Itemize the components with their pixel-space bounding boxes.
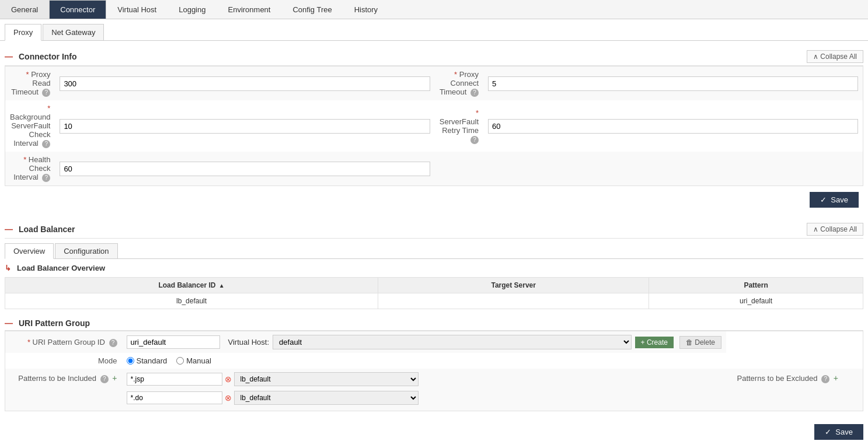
serverfault-retry-label: * ServerFault Retry Time ? <box>435 100 483 152</box>
delete-button[interactable]: 🗑 Delete <box>679 336 721 349</box>
uri-pattern-group-section: — URI Pattern Group * URI Pattern Group … <box>5 316 863 411</box>
connector-info-section: — Connector Info ∧ Collapse All * Proxy … <box>5 48 863 214</box>
tab-configtree[interactable]: Config Tree <box>281 0 343 19</box>
tab-history[interactable]: History <box>343 0 389 19</box>
connector-info-save-row: ✓ Save <box>5 186 863 214</box>
pattern-row-1: ⊗ lb_default <box>127 372 419 386</box>
target-server-cell <box>378 293 649 309</box>
save-check-icon: ✓ <box>820 195 827 204</box>
uri-pattern-group-title: — URI Pattern Group <box>5 318 90 328</box>
footer-save-row: ✓ Save <box>0 418 868 446</box>
mode-radio-group: Standard Manual <box>127 356 721 365</box>
proxy-connect-timeout-label: * Proxy Connect Timeout ? <box>435 66 483 101</box>
tab-connector[interactable]: Connector <box>49 0 106 19</box>
table-row: lb_default uri_default <box>5 293 863 309</box>
lb-id-sort-icon: ▲ <box>219 282 225 289</box>
load-balancer-header: — Load Balancer ∧ Collapse All <box>5 220 863 239</box>
background-server-fault-row: * Background ServerFault Check Interval … <box>5 100 863 152</box>
create-button[interactable]: + Create <box>635 337 674 348</box>
subtab-proxy[interactable]: Proxy <box>5 24 41 41</box>
lb-collapse-up-icon: ∧ <box>813 225 818 233</box>
pattern-input-2[interactable] <box>127 391 222 404</box>
connector-info-title: — Connector Info <box>5 52 77 61</box>
uri-group-id-label: * URI Pattern Group ID ? <box>5 331 122 354</box>
pattern-remove-2[interactable]: ⊗ <box>225 393 232 402</box>
lb-tab-configuration[interactable]: Configuration <box>55 243 117 258</box>
top-nav: General Connector Virtual Host Logging E… <box>0 0 868 19</box>
connector-info-header: — Connector Info ∧ Collapse All <box>5 48 863 66</box>
patterns-included-help[interactable]: ? <box>100 375 109 383</box>
patterns-included-label: Patterns to be Included ? + <box>5 369 122 411</box>
serverfault-retry-help[interactable]: ? <box>470 136 479 144</box>
tab-environment[interactable]: Environment <box>217 0 281 19</box>
mode-manual-radio[interactable] <box>176 357 184 365</box>
vhost-label: Virtual Host: <box>228 338 270 346</box>
background-serverfault-label: * Background ServerFault Check Interval … <box>5 100 55 152</box>
background-serverfault-input[interactable] <box>60 119 430 134</box>
connector-info-collapse-all[interactable]: ∧ Collapse All <box>807 50 863 63</box>
lb-overview-icon: ↳ <box>5 264 11 272</box>
lb-tab-overview[interactable]: Overview <box>5 243 54 259</box>
pattern-header[interactable]: Pattern <box>649 278 863 293</box>
pattern-cell: uri_default <box>649 293 863 309</box>
pattern-remove-1[interactable]: ⊗ <box>225 374 232 384</box>
mode-manual-label[interactable]: Manual <box>176 356 211 365</box>
uri-pattern-group-header: — URI Pattern Group <box>5 316 863 331</box>
mode-row: Mode Standard Manual <box>5 353 863 369</box>
proxy-read-timeout-input[interactable] <box>60 76 430 91</box>
tab-general[interactable]: General <box>0 0 49 19</box>
background-serverfault-help[interactable]: ? <box>42 140 50 148</box>
sub-nav: Proxy Net Gateway <box>0 24 868 41</box>
plus-icon: + <box>641 338 645 346</box>
lb-overview-content: ↳ Load Balancer Overview Load Balancer I… <box>5 259 863 309</box>
uri-group-id-help[interactable]: ? <box>109 339 117 347</box>
target-server-header[interactable]: Target Server <box>378 278 649 293</box>
tab-virtualhost[interactable]: Virtual Host <box>106 0 168 19</box>
footer-save-check-icon: ✓ <box>825 428 831 436</box>
mode-standard-label[interactable]: Standard <box>127 356 168 365</box>
load-balancer-collapse-all[interactable]: ∧ Collapse All <box>807 223 863 236</box>
mode-standard-radio[interactable] <box>127 357 134 365</box>
proxy-connect-timeout-input[interactable] <box>488 76 858 91</box>
lb-id-header[interactable]: Load Balancer ID ▲ <box>5 278 378 293</box>
uri-pattern-form: * URI Pattern Group ID ? Virtual Host: d… <box>5 331 863 411</box>
patterns-excluded-add-icon[interactable]: + <box>834 373 838 383</box>
uri-group-id-input[interactable] <box>127 335 220 349</box>
lb-id-cell: lb_default <box>5 293 378 309</box>
footer-save-button[interactable]: ✓ Save <box>814 424 863 440</box>
lb-inner-tabs: Overview Configuration <box>5 243 863 259</box>
connector-info-form: * Proxy Read Timeout ? * Proxy Connect T… <box>5 66 863 186</box>
proxy-read-timeout-help[interactable]: ? <box>42 89 50 97</box>
uri-pattern-group-id-row: * URI Pattern Group ID ? Virtual Host: d… <box>5 331 863 354</box>
connector-info-save-button[interactable]: ✓ Save <box>810 192 859 208</box>
proxy-connect-timeout-help[interactable]: ? <box>470 89 479 97</box>
health-check-input[interactable] <box>60 162 430 176</box>
health-check-help[interactable]: ? <box>42 174 50 182</box>
subtab-netgateway[interactable]: Net Gateway <box>43 24 104 40</box>
health-check-row: * Health Check Interval ? <box>5 152 863 186</box>
patterns-included-add-icon[interactable]: + <box>112 373 117 383</box>
pattern-lb-select-2[interactable]: lb_default <box>234 391 419 405</box>
uri-group-id-vhost-row: Virtual Host: default + Create 🗑 Delete <box>127 335 721 349</box>
lb-overview-title: ↳ Load Balancer Overview <box>5 259 863 275</box>
load-balancer-section: — Load Balancer ∧ Collapse All Overview … <box>5 220 863 309</box>
proxy-read-timeout-row: * Proxy Read Timeout ? * Proxy Connect T… <box>5 66 863 101</box>
lb-overview-table: Load Balancer ID ▲ Target Server Pattern… <box>5 277 863 309</box>
uri-collapse-icon[interactable]: — <box>5 318 13 328</box>
patterns-excluded-label: Patterns to be Excluded ? + <box>726 369 843 411</box>
collapse-up-icon: ∧ <box>813 52 818 61</box>
health-check-label: * Health Check Interval ? <box>5 152 55 186</box>
virtual-host-select[interactable]: default <box>273 335 631 349</box>
tab-logging[interactable]: Logging <box>168 0 217 19</box>
pattern-lb-select-1[interactable]: lb_default <box>234 372 419 386</box>
patterns-row: Patterns to be Included ? + ⊗ lb_default <box>5 369 863 411</box>
trash-icon: 🗑 <box>686 338 693 346</box>
pattern-input-1[interactable] <box>127 373 222 386</box>
pattern-row-2: ⊗ lb_default <box>127 391 419 405</box>
load-balancer-collapse-icon[interactable]: — <box>5 225 13 234</box>
connector-info-collapse-icon[interactable]: — <box>5 52 13 61</box>
patterns-excluded-help[interactable]: ? <box>821 375 829 383</box>
serverfault-retry-input[interactable] <box>488 119 858 134</box>
mode-label: Mode <box>5 353 122 369</box>
proxy-read-timeout-label: * Proxy Read Timeout ? <box>5 66 55 101</box>
